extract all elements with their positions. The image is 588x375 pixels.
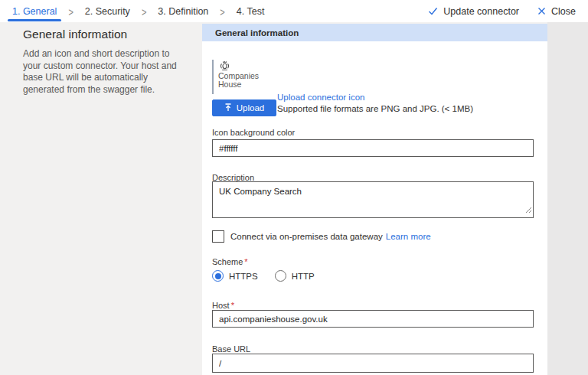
required-asterisk: * bbox=[244, 257, 247, 266]
gateway-checkbox-row: Connect via on-premises data gateway Lea… bbox=[212, 230, 431, 243]
tab-test[interactable]: 4. Test bbox=[232, 0, 270, 22]
tab-test-label: 4. Test bbox=[237, 6, 265, 17]
tab-security[interactable]: 2. Security bbox=[80, 0, 135, 22]
step-title: General information bbox=[23, 28, 187, 41]
checkmark-icon bbox=[428, 7, 438, 15]
icon-background-color-label: Icon background color bbox=[212, 128, 295, 137]
host-input[interactable] bbox=[212, 310, 534, 328]
wizard-actions: Update connector Close bbox=[428, 0, 576, 22]
base-url-input[interactable] bbox=[212, 354, 534, 373]
learn-more-link[interactable]: Learn more bbox=[386, 232, 431, 241]
scheme-label: Scheme* bbox=[212, 257, 248, 266]
gateway-checkbox-label: Connect via on-premises data gateway bbox=[230, 232, 383, 241]
tab-security-label: 2. Security bbox=[85, 6, 130, 17]
companies-house-logo: Companies House bbox=[218, 60, 259, 94]
royal-crest-icon bbox=[218, 60, 231, 71]
tab-definition[interactable]: 3. Definition bbox=[153, 0, 213, 22]
wizard-steps: 1. General > 2. Security > 3. Definition… bbox=[8, 0, 276, 22]
radio-http[interactable]: HTTP bbox=[275, 270, 315, 282]
required-asterisk: * bbox=[231, 301, 234, 310]
logo-vertical-bar bbox=[212, 60, 214, 94]
custom-connector-wizard: 1. General > 2. Security > 3. Definition… bbox=[0, 0, 588, 375]
logo-name-line2: House bbox=[218, 80, 259, 89]
radio-https-label: HTTPS bbox=[229, 272, 258, 281]
upload-arrow-icon bbox=[224, 103, 232, 113]
close-button[interactable]: Close bbox=[537, 6, 576, 17]
host-label: Host* bbox=[212, 301, 234, 310]
radio-https[interactable]: HTTPS bbox=[212, 270, 258, 282]
tab-general-label: 1. General bbox=[12, 6, 57, 17]
update-connector-button[interactable]: Update connector bbox=[428, 6, 519, 17]
gateway-checkbox[interactable] bbox=[212, 230, 224, 243]
panel-header: General information bbox=[202, 24, 547, 41]
base-url-label: Base URL bbox=[212, 344, 250, 354]
description-field-wrap: UK Company Search bbox=[212, 181, 534, 218]
radio-https-circle bbox=[212, 270, 224, 282]
radio-http-circle bbox=[275, 270, 286, 282]
wizard-step-bar: 1. General > 2. Security > 3. Definition… bbox=[0, 0, 588, 22]
connector-icon-preview: Companies House bbox=[212, 60, 259, 94]
right-gutter bbox=[547, 22, 588, 375]
step-sidebar: General information Add an icon and shor… bbox=[23, 28, 187, 96]
tab-definition-label: 3. Definition bbox=[158, 6, 208, 17]
close-label: Close bbox=[551, 6, 576, 17]
description-textarea[interactable]: UK Company Search bbox=[212, 181, 534, 218]
scheme-radio-group: HTTPS HTTP bbox=[212, 270, 315, 282]
icon-background-color-input[interactable] bbox=[212, 139, 534, 157]
tab-general[interactable]: 1. General bbox=[8, 0, 61, 22]
upload-button[interactable]: Upload bbox=[212, 99, 276, 116]
upload-format-hint: Supported file formats are PNG and JPG. … bbox=[277, 104, 473, 113]
upload-connector-icon-link[interactable]: Upload connector icon bbox=[277, 93, 473, 102]
radio-http-label: HTTP bbox=[292, 272, 315, 281]
upload-info: Upload connector icon Supported file for… bbox=[277, 93, 473, 113]
update-connector-label: Update connector bbox=[443, 6, 519, 17]
close-icon bbox=[537, 7, 546, 15]
step-description: Add an icon and short description to you… bbox=[23, 48, 187, 96]
general-information-panel: General information Companies House bbox=[202, 24, 547, 375]
upload-button-label: Upload bbox=[237, 103, 264, 112]
resize-handle-icon[interactable] bbox=[525, 203, 532, 217]
